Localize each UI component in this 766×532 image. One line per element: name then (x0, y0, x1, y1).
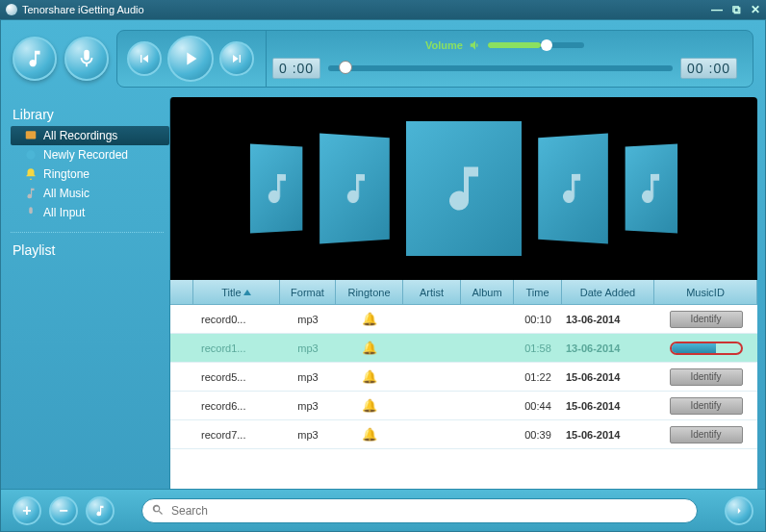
cell-ringtone[interactable]: 🔔 (336, 369, 403, 384)
sort-asc-icon (243, 290, 251, 295)
table-row[interactable]: record1...mp3🔔01:5813-06-2014 (170, 334, 757, 363)
allinput-icon (24, 206, 38, 219)
titlebar: Tenorshare iGetting Audio — ⧉ ✕ (0, 0, 766, 19)
cell-ringtone[interactable]: 🔔 (336, 398, 403, 413)
cover-thumb[interactable] (319, 134, 390, 244)
sidebar-item-label: Newly Recorded (43, 148, 128, 162)
cell-format: mp3 (280, 429, 336, 441)
sidebar-item-all-music[interactable]: All Music (11, 184, 169, 203)
cell-ringtone[interactable]: 🔔 (336, 312, 403, 326)
cell-time: 01:58 (514, 342, 562, 354)
identify-button[interactable]: Identify (670, 311, 743, 328)
cover-thumb[interactable] (538, 134, 608, 244)
ringtone-icon (24, 167, 38, 181)
proceed-button[interactable] (725, 496, 753, 525)
cell-time: 00:10 (514, 314, 562, 325)
identify-button[interactable]: Identify (670, 426, 743, 443)
cell-time: 00:39 (514, 429, 562, 441)
col-music-id[interactable]: MusicID (654, 280, 757, 304)
identify-button[interactable]: Identify (670, 397, 743, 415)
bell-icon: 🔔 (362, 427, 377, 442)
bell-icon: 🔔 (362, 398, 377, 413)
add-button[interactable]: + (13, 496, 41, 525)
cell-format: mp3 (280, 400, 336, 412)
top-control-bar: Volume 0 :00 00 :00 (1, 20, 765, 97)
cell-musicid: Identify (654, 397, 757, 415)
cell-format: mp3 (280, 314, 336, 325)
cover-thumb-center[interactable] (406, 121, 522, 256)
bell-icon: 🔔 (362, 341, 377, 355)
bell-icon: 🔔 (362, 312, 377, 326)
play-icon (180, 48, 201, 69)
table-row[interactable]: record7...mp3🔔00:3915-06-2014Identify (170, 420, 757, 449)
cell-musicid: Identify (654, 311, 757, 328)
music-mode-button[interactable] (13, 37, 57, 81)
table-row[interactable]: record5...mp3🔔01:2215-06-2014Identify (170, 363, 757, 392)
close-button[interactable]: ✕ (751, 3, 760, 16)
table-row[interactable]: record0...mp3🔔00:1013-06-2014Identify (170, 305, 757, 334)
cell-title: record7... (193, 429, 280, 441)
cell-date: 13-06-2014 (562, 314, 654, 325)
sidebar: Library All RecordingsNewly RecordedRing… (1, 97, 169, 492)
col-checkbox[interactable] (170, 280, 193, 304)
play-button[interactable] (167, 36, 214, 82)
sidebar-item-ringtone[interactable]: Ringtone (11, 165, 169, 184)
seek-slider[interactable] (328, 65, 673, 71)
cell-ringtone[interactable]: 🔔 (336, 341, 403, 355)
music-note-icon (24, 48, 45, 69)
cell-date: 15-06-2014 (562, 429, 654, 441)
bottom-bar: + − (1, 489, 765, 531)
table-header: Title Format Ringtone Artist Album Time … (170, 280, 757, 305)
cell-format: mp3 (280, 371, 336, 383)
cell-time: 01:22 (514, 371, 562, 383)
cover-viewer (170, 97, 757, 280)
music-settings-button[interactable] (86, 496, 115, 525)
allmusic-icon (24, 187, 38, 200)
cover-thumb[interactable] (626, 144, 677, 234)
cell-ringtone[interactable]: 🔔 (336, 427, 403, 442)
microphone-mode-button[interactable] (64, 37, 109, 81)
cell-title: record1... (193, 342, 280, 354)
col-ringtone[interactable]: Ringtone (336, 280, 403, 304)
table-row[interactable]: record6...mp3🔔00:4415-06-2014Identify (170, 392, 757, 420)
col-date-added[interactable]: Date Added (562, 280, 654, 304)
arrow-right-icon (732, 504, 746, 518)
remove-button[interactable]: − (49, 496, 78, 525)
previous-button[interactable] (127, 41, 162, 76)
music-note-icon (93, 504, 107, 518)
maximize-button[interactable]: ⧉ (732, 3, 741, 16)
cell-title: record6... (193, 400, 280, 412)
library-header: Library (13, 107, 169, 122)
col-format[interactable]: Format (280, 280, 336, 304)
identify-progress (670, 342, 743, 355)
sidebar-item-newly-recorded[interactable]: Newly Recorded (11, 145, 169, 165)
sidebar-item-label: All Recordings (43, 129, 117, 142)
sidebar-item-all-recordings[interactable]: All Recordings (11, 126, 169, 145)
volume-slider[interactable] (488, 42, 584, 48)
next-button[interactable] (219, 41, 254, 76)
sidebar-item-label: All Input (43, 206, 85, 219)
content-area: Title Format Ringtone Artist Album Time … (169, 97, 757, 492)
app-logo-icon (6, 4, 17, 15)
sidebar-item-label: Ringtone (43, 167, 89, 181)
cover-thumb[interactable] (250, 144, 302, 234)
player-panel: Volume 0 :00 00 :00 (116, 30, 753, 88)
minimize-button[interactable]: — (711, 3, 723, 16)
cell-title: record5... (193, 371, 280, 383)
col-artist[interactable]: Artist (403, 280, 461, 304)
cell-title: record0... (193, 314, 280, 325)
playlist-header: Playlist (13, 242, 169, 258)
window-title: Tenorshare iGetting Audio (22, 4, 144, 15)
col-time[interactable]: Time (514, 280, 562, 304)
identify-button[interactable]: Identify (670, 368, 743, 386)
cell-musicid: Identify (654, 368, 757, 386)
search-icon (151, 503, 165, 517)
sidebar-item-label: All Music (43, 187, 89, 200)
cell-date: 13-06-2014 (562, 342, 654, 354)
search-input[interactable] (141, 498, 698, 523)
col-album[interactable]: Album (461, 280, 514, 304)
col-title[interactable]: Title (193, 280, 280, 304)
sidebar-item-all-input[interactable]: All Input (11, 203, 169, 222)
cell-time: 00:44 (514, 400, 562, 412)
newly-icon (24, 148, 38, 162)
